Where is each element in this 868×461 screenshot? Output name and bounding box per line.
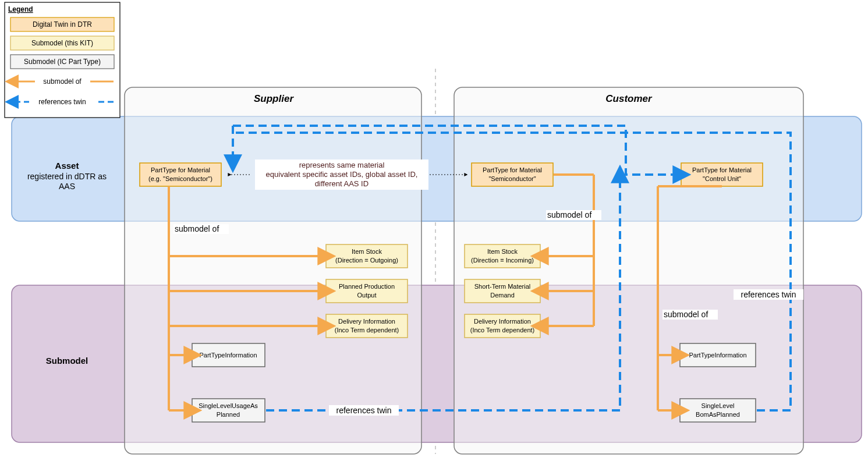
svg-text:(e.g. "Semiconductor"): (e.g. "Semiconductor") xyxy=(148,175,212,182)
svg-text:"Control Unit": "Control Unit" xyxy=(703,175,741,182)
svg-text:Output: Output xyxy=(357,292,376,299)
node-customer-control-unit: PartType for Material "Control Unit" xyxy=(681,163,763,186)
label-customer-submodel-of-right: submodel of xyxy=(664,310,708,319)
svg-text:"Semiconductor": "Semiconductor" xyxy=(488,175,536,182)
node-customer-delivery: Delivery Information (Inco Term dependen… xyxy=(465,314,540,338)
node-supplier-delivery: Delivery Information (Inco Term dependen… xyxy=(326,314,408,338)
svg-text:(Direction = Outgoing): (Direction = Outgoing) xyxy=(335,257,398,264)
svg-text:PartType for Material: PartType for Material xyxy=(151,166,210,173)
svg-text:(Inco Term dependent): (Inco Term dependent) xyxy=(335,327,399,334)
node-supplier-slu: SingleLevelUsageAs Planned xyxy=(192,399,265,422)
svg-text:PartType for Material: PartType for Material xyxy=(483,166,542,173)
node-customer-item-stock: Item Stock (Direction = Incoming) xyxy=(465,244,540,268)
legend-references-twin-label: references twin xyxy=(38,98,86,106)
asset-sub2: AAS xyxy=(59,182,75,191)
svg-text:PartTypeInformation: PartTypeInformation xyxy=(199,352,257,359)
same-material-l3: different AAS ID xyxy=(315,179,369,188)
label-customer-submodel-of-left: submodel of xyxy=(547,210,591,219)
node-customer-pti: PartTypeInformation xyxy=(680,343,756,367)
svg-text:PartTypeInformation: PartTypeInformation xyxy=(689,352,746,359)
legend-ic-label: Submodel (IC Part Type) xyxy=(24,58,101,66)
same-material-l1: represents same material xyxy=(299,161,385,169)
legend: Legend Digital Twin in DTR Submodel (thi… xyxy=(5,2,120,118)
node-customer-stmd: Short-Term Material Demand xyxy=(465,279,540,303)
legend-kit-label: Submodel (this KIT) xyxy=(31,39,93,47)
submodel-title: Submodel xyxy=(46,356,88,366)
svg-text:Delivery Information: Delivery Information xyxy=(338,318,395,325)
legend-submodel-of-label: submodel of xyxy=(43,77,82,86)
asset-title: Asset xyxy=(55,161,79,171)
legend-title: Legend xyxy=(8,5,33,13)
svg-text:SingleLevelUsageAs: SingleLevelUsageAs xyxy=(199,402,258,409)
svg-text:Short-Term Material: Short-Term Material xyxy=(474,283,531,290)
svg-text:Planned Production: Planned Production xyxy=(339,283,395,290)
supplier-title: Supplier xyxy=(254,93,294,104)
label-supplier-submodel-of: submodel of xyxy=(175,224,219,233)
label-references-twin-slb: references twin xyxy=(741,290,796,299)
label-references-twin-slu: references twin xyxy=(336,406,392,415)
asset-sub1: registered in dDTR as xyxy=(27,172,107,181)
svg-text:Delivery Information: Delivery Information xyxy=(474,318,531,325)
node-supplier-ppo: Planned Production Output xyxy=(326,279,408,303)
svg-text:BomAsPlanned: BomAsPlanned xyxy=(696,411,740,418)
svg-text:(Direction = Incoming): (Direction = Incoming) xyxy=(471,257,534,264)
svg-text:Item Stock: Item Stock xyxy=(487,248,518,255)
same-material-l2: equivalent specific asset IDs, global as… xyxy=(266,170,418,179)
node-customer-slb: SingleLevel BomAsPlanned xyxy=(680,399,756,422)
legend-dtr-label: Digital Twin in DTR xyxy=(33,20,92,29)
svg-text:(Inco Term dependent): (Inco Term dependent) xyxy=(470,327,534,334)
svg-text:Item Stock: Item Stock xyxy=(352,248,382,255)
svg-text:Demand: Demand xyxy=(490,292,515,299)
svg-text:SingleLevel: SingleLevel xyxy=(702,402,735,409)
svg-text:PartType for Material: PartType for Material xyxy=(692,166,752,173)
node-supplier-parttype: PartType for Material (e.g. "Semiconduct… xyxy=(140,163,221,186)
node-customer-semiconductor: PartType for Material "Semiconductor" xyxy=(472,163,553,186)
node-supplier-item-stock: Item Stock (Direction = Outgoing) xyxy=(326,244,408,268)
node-supplier-pti: PartTypeInformation xyxy=(192,343,265,367)
customer-title: Customer xyxy=(605,93,653,104)
svg-text:Planned: Planned xyxy=(217,411,240,418)
